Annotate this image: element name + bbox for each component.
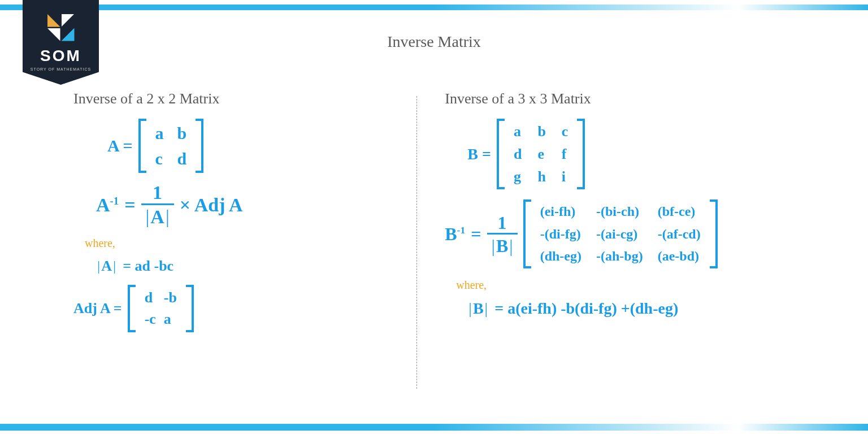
matrix-cell: a bbox=[514, 122, 522, 141]
matrix-cell: g bbox=[514, 167, 522, 186]
times-adj-a: × Adj A bbox=[180, 194, 243, 216]
adj-b-matrix: (ei-fh) -(bi-ch) (bf-ce) -(di-fg) -(ai-c… bbox=[523, 199, 718, 268]
matrix-cell: h bbox=[537, 167, 545, 186]
adj-a-lhs: Adj A = bbox=[73, 300, 122, 317]
matrix-cell: -(ai-cg) bbox=[596, 225, 643, 243]
equation-a-inverse: A-1 = 1 A × Adj A bbox=[96, 183, 400, 227]
matrix-a-lhs: A = bbox=[107, 136, 133, 155]
heading-3x3: Inverse of a 3 x 3 Matrix bbox=[445, 90, 845, 107]
matrix-cell: -(di-fg) bbox=[540, 225, 581, 243]
top-accent-bar bbox=[0, 5, 868, 10]
matrix-cell: -(af-cd) bbox=[658, 225, 701, 243]
logo-text: SOM bbox=[40, 47, 81, 65]
fraction-denominator: B bbox=[487, 233, 518, 255]
fraction-numerator: 1 bbox=[496, 214, 509, 233]
bracket-left-icon bbox=[497, 119, 505, 189]
heading-2x2: Inverse of a 2 x 2 Matrix bbox=[73, 90, 400, 107]
where-label: where, bbox=[85, 237, 400, 250]
fraction-one-over-det-a: 1 A bbox=[141, 183, 174, 227]
equation-b-inverse: B-1 = 1 B (ei-fh) -(bi-ch) (bf-ce) -(di-… bbox=[445, 199, 845, 268]
equals-sign: = bbox=[124, 194, 135, 216]
det-a-lhs: A bbox=[96, 258, 117, 275]
equals-sign: = bbox=[471, 224, 481, 245]
matrix-cell: -b bbox=[164, 288, 177, 307]
content: Inverse of a 2 x 2 Matrix A = a b c d A-… bbox=[0, 90, 868, 417]
bracket-right-icon bbox=[577, 119, 585, 189]
matrix-cell: d bbox=[177, 147, 187, 170]
left-column: Inverse of a 2 x 2 Matrix A = a b c d A-… bbox=[0, 90, 416, 417]
som-logo: SOM STORY OF MATHEMATICS bbox=[23, 0, 99, 85]
bottom-accent-bar bbox=[0, 424, 868, 431]
bracket-left-icon bbox=[523, 199, 531, 268]
logo-subtitle: STORY OF MATHEMATICS bbox=[31, 67, 91, 71]
matrix-cell: d bbox=[514, 145, 522, 164]
matrix-cell: -c bbox=[145, 310, 156, 329]
fraction-one-over-det-b: 1 B bbox=[487, 214, 518, 255]
equation-matrix-a: A = a b c d bbox=[107, 119, 400, 173]
matrix-cell: (ae-bd) bbox=[658, 248, 701, 265]
bracket-right-icon bbox=[710, 199, 718, 268]
det-a-rhs: = ad -bc bbox=[123, 258, 173, 275]
det-b-rhs: = a(ei-fh) -b(di-fg) +(dh-eg) bbox=[494, 300, 678, 318]
b-inverse-lhs: B-1 bbox=[445, 224, 465, 245]
matrix-cell: c bbox=[155, 147, 164, 170]
equation-det-b: B = a(ei-fh) -b(di-fg) +(dh-eg) bbox=[467, 300, 845, 318]
det-b-lhs: B bbox=[467, 300, 489, 318]
matrix-cell: e bbox=[537, 145, 545, 164]
matrix-cell: -(bi-ch) bbox=[596, 203, 643, 220]
fraction-denominator: A bbox=[141, 203, 174, 227]
equation-det-a: A = ad -bc bbox=[96, 258, 400, 275]
adj-a-matrix: d -b -c a bbox=[128, 285, 194, 332]
equation-matrix-b: B = a b c d e f g h i bbox=[467, 119, 845, 189]
matrix-cell: (bf-ce) bbox=[658, 203, 701, 220]
fraction-numerator: 1 bbox=[150, 183, 164, 203]
matrix-cell: i bbox=[562, 167, 568, 186]
matrix-cell: a bbox=[164, 310, 177, 329]
bracket-left-icon bbox=[138, 119, 146, 173]
matrix-cell: d bbox=[145, 288, 156, 307]
matrix-cell: a bbox=[155, 122, 164, 144]
bracket-left-icon bbox=[128, 285, 136, 332]
logo-icon bbox=[47, 14, 75, 41]
matrix-cell: -(ah-bg) bbox=[596, 248, 643, 265]
where-label: where, bbox=[456, 279, 845, 292]
matrix-cell: c bbox=[562, 122, 568, 141]
matrix-cell: (dh-eg) bbox=[540, 248, 581, 265]
bracket-right-icon bbox=[186, 285, 194, 332]
matrix-a: a b c d bbox=[138, 119, 204, 173]
matrix-cell: b bbox=[177, 122, 187, 144]
a-inverse-lhs: A-1 bbox=[96, 194, 119, 216]
equation-adj-a: Adj A = d -b -c a bbox=[73, 285, 400, 332]
matrix-b: a b c d e f g h i bbox=[497, 119, 585, 189]
bracket-right-icon bbox=[196, 119, 203, 173]
right-column: Inverse of a 3 x 3 Matrix B = a b c d e … bbox=[416, 90, 868, 417]
matrix-cell: (ei-fh) bbox=[540, 203, 581, 220]
page-title: Inverse Matrix bbox=[387, 33, 481, 51]
matrix-cell: f bbox=[562, 145, 568, 164]
matrix-cell: b bbox=[537, 122, 545, 141]
matrix-b-lhs: B = bbox=[467, 145, 491, 163]
